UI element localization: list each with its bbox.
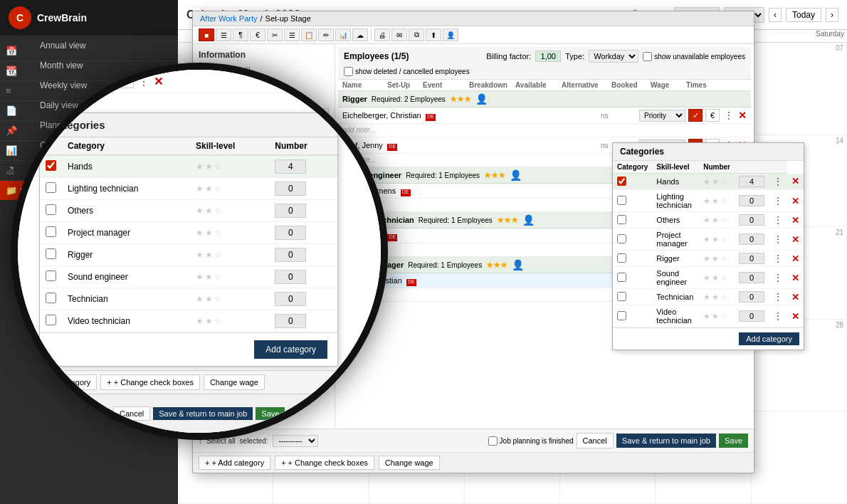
cancel-button[interactable]: Cancel: [577, 433, 614, 448]
cat-check[interactable]: [617, 234, 626, 243]
cat-delete[interactable]: ✕: [791, 273, 799, 283]
cat-dots[interactable]: ⋮: [773, 176, 783, 187]
delete-btn-eichelberger[interactable]: ✕: [738, 110, 747, 121]
toolbar-btn-5[interactable]: ✂: [267, 28, 283, 41]
fg-cat-num[interactable]: [275, 226, 306, 240]
cat-dots[interactable]: ⋮: [773, 214, 783, 226]
cat-delete[interactable]: ✕: [791, 176, 799, 187]
toolbar-btn-copy[interactable]: ⧉: [409, 28, 424, 41]
circle-save-return-btn[interactable]: Save & return to main job: [153, 407, 253, 420]
checkbox-eichelberger[interactable]: ✓: [688, 109, 703, 122]
circle-change-check-btn[interactable]: + + Change check boxes: [100, 374, 200, 390]
toolbar-btn-9[interactable]: 📊: [335, 28, 351, 41]
billing-input[interactable]: [535, 51, 561, 62]
fg-check[interactable]: [46, 160, 56, 171]
group-sound-add-icon[interactable]: 👤: [510, 169, 522, 181]
save-button[interactable]: Save: [719, 434, 748, 448]
fg-check[interactable]: [46, 248, 56, 259]
cat-num[interactable]: [739, 195, 764, 206]
cat-check[interactable]: [617, 273, 626, 282]
toolbar-btn-7[interactable]: 📋: [301, 28, 317, 41]
cat-num[interactable]: [739, 253, 764, 264]
popup-add-category-btn[interactable]: Add category: [739, 332, 799, 345]
fg-check[interactable]: [46, 204, 56, 215]
group-lighting-add-icon[interactable]: 👤: [522, 214, 535, 226]
cat-num[interactable]: [739, 214, 764, 226]
cat-delete[interactable]: ✕: [791, 311, 799, 322]
toolbar-btn-user[interactable]: 👤: [443, 28, 458, 41]
fg-cat-num[interactable]: [275, 159, 306, 174]
circle-euro-btn[interactable]: €: [118, 74, 134, 88]
toolbar-btn-4[interactable]: €: [250, 28, 265, 41]
circle-dots-btn[interactable]: ⋮: [138, 75, 149, 88]
toolbar-btn-8[interactable]: ✏: [318, 28, 334, 41]
today-button[interactable]: Today: [786, 8, 821, 22]
change-checkbox-btn-main[interactable]: + + Change check boxes: [275, 456, 374, 470]
cat-dots[interactable]: ⋮: [773, 233, 783, 245]
workday-select[interactable]: Workday: [589, 50, 638, 63]
add-category-btn-main[interactable]: + + Add category: [199, 456, 270, 470]
fg-check[interactable]: [46, 226, 56, 237]
euro-btn-eichelberger[interactable]: €: [705, 109, 720, 122]
cat-delete[interactable]: ✕: [791, 196, 799, 206]
nav-prev-button[interactable]: ‹: [769, 8, 782, 22]
job-finished-check[interactable]: [488, 436, 498, 446]
toolbar-btn-3[interactable]: ¶: [233, 28, 248, 41]
cat-check[interactable]: [617, 311, 626, 320]
change-wage-btn-main[interactable]: Change wage: [379, 456, 440, 470]
fg-cat-num[interactable]: [275, 248, 306, 262]
cat-num[interactable]: [739, 310, 764, 322]
cat-dots[interactable]: ⋮: [773, 291, 783, 303]
cat-dots[interactable]: ⋮: [773, 195, 783, 206]
toolbar-btn-share[interactable]: ⬆: [426, 28, 441, 41]
circle-job-finished-check[interactable]: [25, 409, 34, 419]
cat-num[interactable]: [739, 272, 764, 283]
circle-add-cat-btn[interactable]: + + Add category: [25, 374, 97, 390]
circle-delete-btn[interactable]: ✕: [154, 75, 163, 88]
fg-cat-num[interactable]: [275, 204, 306, 218]
priority-select-eichelberger[interactable]: Priority Normal Backup: [639, 110, 685, 122]
fg-cat-num[interactable]: [275, 270, 306, 284]
breadcrumb-main-job[interactable]: After Work Party: [200, 14, 257, 23]
circle-priority-select[interactable]: Priority: [37, 74, 94, 88]
fg-check[interactable]: [46, 293, 56, 303]
circle-save-btn[interactable]: Save: [256, 407, 285, 420]
cat-num[interactable]: [739, 291, 764, 303]
cat-num[interactable]: [739, 233, 764, 245]
fg-cat-num[interactable]: [275, 182, 306, 196]
cat-check[interactable]: [617, 215, 626, 224]
cat-check[interactable]: [617, 292, 626, 301]
toolbar-btn-2[interactable]: ☰: [216, 28, 231, 41]
toolbar-btn-1[interactable]: ■: [199, 28, 214, 41]
fg-add-category-btn[interactable]: Add category: [254, 340, 327, 359]
group-pm-add-icon[interactable]: 👤: [512, 259, 524, 271]
cat-delete[interactable]: ✕: [791, 253, 799, 264]
toolbar-btn-mail[interactable]: ✉: [391, 28, 407, 41]
fg-check[interactable]: [46, 182, 56, 193]
cat-check[interactable]: [617, 253, 626, 263]
fg-cat-num[interactable]: [275, 314, 306, 328]
circle-checked-box[interactable]: ✓: [98, 74, 114, 88]
toolbar-btn-10[interactable]: ☁: [352, 28, 368, 41]
circle-change-wage-btn[interactable]: Change wage: [204, 374, 265, 390]
footer-selected-dropdown[interactable]: ----------: [273, 435, 318, 447]
cat-delete[interactable]: ✕: [791, 234, 799, 245]
sidebar-item-annual[interactable]: Annual view: [28, 36, 171, 56]
nav-next-button[interactable]: ›: [826, 8, 838, 22]
show-unavailable-label[interactable]: show unavailable employees: [643, 52, 745, 61]
cat-delete[interactable]: ✕: [791, 215, 799, 226]
toolbar-btn-print[interactable]: 🖨: [374, 28, 390, 41]
group-rigger-add-icon[interactable]: 👤: [475, 93, 488, 105]
fg-check[interactable]: [46, 315, 56, 325]
cat-num[interactable]: [739, 176, 764, 187]
show-unavailable-check[interactable]: [643, 52, 652, 61]
cat-delete[interactable]: ✕: [791, 292, 799, 303]
dots-btn-eichelberger[interactable]: ⋮: [722, 110, 735, 121]
circle-cancel-btn[interactable]: Cancel: [113, 406, 150, 421]
cat-check[interactable]: [617, 177, 626, 186]
cat-dots[interactable]: ⋮: [773, 272, 783, 283]
fg-cat-num[interactable]: [275, 292, 306, 306]
fg-check[interactable]: [46, 271, 56, 281]
cat-dots[interactable]: ⋮: [773, 310, 783, 322]
toolbar-btn-6[interactable]: ☰: [284, 28, 300, 41]
